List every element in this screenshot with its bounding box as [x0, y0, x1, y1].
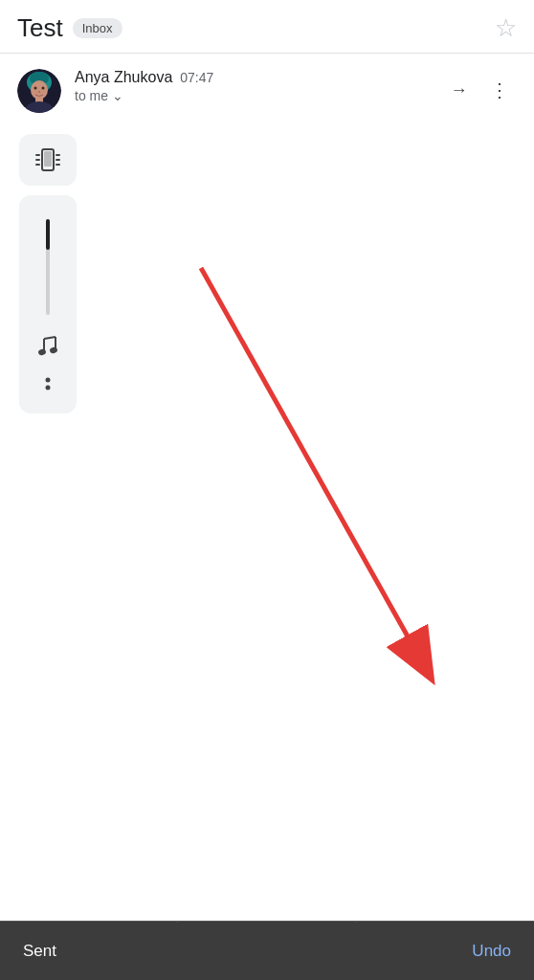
reply-button[interactable]: ←: [442, 73, 477, 107]
svg-rect-10: [44, 151, 52, 167]
music-note-button[interactable]: [29, 331, 67, 362]
media-more-button[interactable]: [29, 373, 67, 404]
media-dots-icon: [44, 376, 52, 397]
waveform-svg: [36, 214, 59, 320]
vibrate-icon: [33, 145, 62, 174]
svg-point-22: [37, 348, 46, 356]
bottom-seg-1: [0, 922, 178, 923]
bottom-snackbar: Sent Undo: [0, 921, 534, 980]
svg-point-23: [49, 346, 57, 354]
sender-info: Anya Zhukova 07:47 to me ⌄: [75, 69, 429, 103]
bottom-seg-2: [178, 922, 356, 923]
sent-label: Sent: [23, 942, 56, 961]
inline-content-panel: [19, 134, 517, 413]
media-player-panel: [19, 195, 77, 413]
svg-point-24: [46, 378, 51, 383]
reply-icon: ←: [451, 80, 468, 100]
svg-line-19: [44, 337, 56, 339]
inbox-badge[interactable]: Inbox: [73, 18, 122, 38]
attachment-vibrate-button[interactable]: [19, 134, 77, 186]
star-icon[interactable]: ☆: [495, 13, 517, 43]
svg-point-6: [38, 91, 41, 93]
avatar: [17, 69, 61, 113]
sender-name-row: Anya Zhukova 07:47: [75, 69, 429, 86]
more-icon: ⋮: [490, 80, 509, 100]
header-left: Test Inbox: [17, 13, 122, 43]
sender-row: Anya Zhukova 07:47 to me ⌄ ← ⋮: [0, 54, 534, 124]
chevron-down-icon: ⌄: [112, 88, 123, 103]
svg-point-25: [46, 386, 51, 390]
music-note-icon: [34, 336, 61, 357]
page-title: Test: [17, 13, 63, 43]
email-actions: ← ⋮: [442, 73, 517, 107]
svg-point-4: [34, 87, 37, 90]
to-me-row[interactable]: to me ⌄: [75, 88, 429, 103]
svg-rect-18: [46, 219, 50, 250]
undo-button[interactable]: Undo: [472, 942, 511, 961]
to-me-label: to me: [75, 88, 108, 103]
more-options-button[interactable]: ⋮: [482, 73, 517, 107]
sender-name: Anya Zhukova: [75, 69, 172, 86]
waveform-area: [33, 205, 62, 320]
sender-time: 07:47: [180, 70, 213, 85]
bottom-seg-3: [357, 922, 534, 923]
email-body: [0, 124, 534, 423]
svg-point-5: [42, 87, 45, 90]
email-header: Test Inbox ☆: [0, 0, 534, 53]
